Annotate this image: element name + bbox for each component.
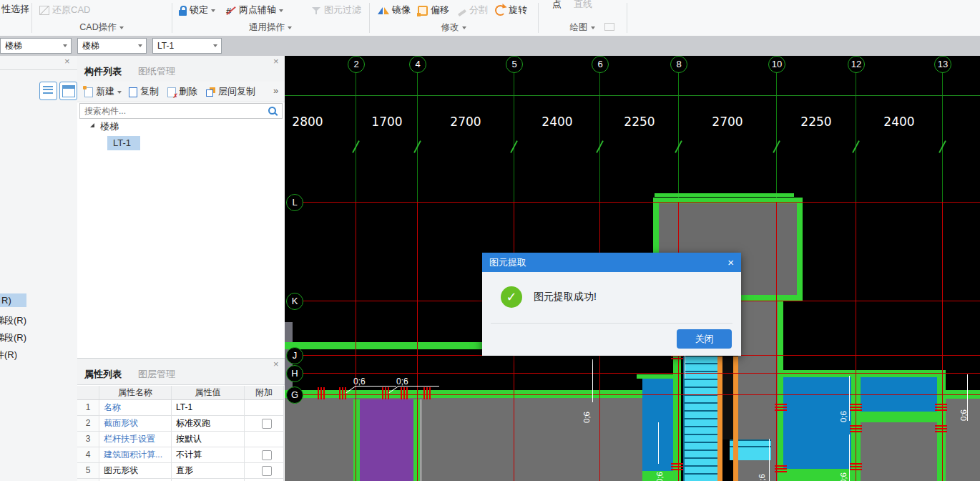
- search-box: [79, 103, 283, 119]
- prop-value[interactable]: 直形: [172, 463, 245, 478]
- dialog-title: 图元提取: [489, 257, 526, 268]
- panel-header: × 属性列表 图层管理: [77, 359, 285, 385]
- toolbar-item-two-point-axis[interactable]: #两点辅轴: [226, 4, 283, 16]
- nav-item-component[interactable]: 件(R): [0, 349, 17, 361]
- close-button[interactable]: 关闭: [677, 329, 732, 349]
- table-row[interactable]: 4 建筑面积计算... 不计算: [77, 447, 284, 463]
- offset-annotation: 0;6: [396, 376, 408, 387]
- attach-checkbox[interactable]: [262, 419, 272, 429]
- dimension-label: 2700: [444, 115, 488, 129]
- delete-button[interactable]: 删除: [167, 85, 197, 98]
- header-value: 属性值: [172, 386, 245, 399]
- copy-button[interactable]: 复制: [129, 85, 159, 98]
- toolbar-item-mirror[interactable]: 镜像: [378, 4, 411, 16]
- tab-component-list[interactable]: 构件列表: [84, 65, 122, 78]
- leader-line: [849, 376, 850, 421]
- chevron-down-icon: [288, 26, 292, 29]
- nav-item-stairs[interactable]: R): [1, 295, 11, 306]
- table-row[interactable]: 1 名称 LT-1: [77, 400, 284, 416]
- chevron-down-icon: [119, 26, 124, 29]
- card-view-button[interactable]: [59, 82, 77, 100]
- list-view-button[interactable]: [39, 82, 57, 100]
- column-marker: [401, 387, 408, 399]
- close-icon[interactable]: ×: [727, 253, 734, 272]
- row-axis-bubble: L: [286, 194, 303, 211]
- group-label-modify[interactable]: 修改: [418, 21, 489, 34]
- interlayer-copy-button[interactable]: 层间复制: [206, 85, 255, 98]
- table-row[interactable]: 2 截面形状 标准双跑: [77, 416, 284, 432]
- stair-stringer: [717, 356, 722, 481]
- toolbar-item-element-filter[interactable]: 图元过滤: [312, 4, 361, 16]
- toolbar-item-line[interactable]: 直线: [574, 0, 592, 11]
- tab-drawing-manage[interactable]: 图纸管理: [138, 65, 175, 78]
- close-icon[interactable]: ×: [273, 58, 279, 65]
- prop-value[interactable]: 标准双跑: [172, 416, 245, 431]
- toolbar-item-select[interactable]: 性选择: [1, 3, 29, 16]
- close-icon[interactable]: ×: [64, 58, 70, 65]
- chevron-down-icon: [138, 44, 142, 47]
- table-header-row: 属性名称 属性值 附加: [77, 386, 284, 400]
- element-extract-dialog: 图元提取 × ✓ 图元提取成功! 关闭: [482, 253, 741, 356]
- dimension-label: 2250: [617, 115, 662, 129]
- element-dropdown[interactable]: LT-1: [152, 38, 222, 54]
- prop-value[interactable]: 不计算: [172, 447, 245, 462]
- toolbar-item-restore-cad[interactable]: 还原CAD: [39, 4, 90, 16]
- grid-row-line-H: [302, 373, 980, 374]
- selector-bar: 楼梯 楼梯 LT-1: [0, 36, 980, 57]
- table-row[interactable]: 5 图元形状 直形: [77, 463, 284, 479]
- stair-flight: [683, 356, 719, 481]
- tree-item-selected[interactable]: LT-1: [107, 136, 140, 150]
- column-marker: [935, 404, 947, 411]
- group-label-draw[interactable]: 绘图: [547, 21, 618, 34]
- row-no: 3: [77, 432, 99, 447]
- toolbar-item-lock[interactable]: 锁定: [179, 4, 215, 16]
- dimension-label: 1700: [365, 115, 409, 129]
- group-label-cad[interactable]: CAD操作: [66, 21, 137, 34]
- wall-band: [780, 370, 943, 377]
- aux-axis-icon: #: [226, 6, 236, 16]
- copy-icon: [129, 87, 137, 97]
- floor-slab: [861, 422, 937, 481]
- toolbar-item-offset[interactable]: 偏移: [418, 4, 449, 16]
- attach-checkbox[interactable]: [262, 466, 272, 476]
- row-no: 4: [77, 447, 99, 462]
- grid-column-line: [942, 72, 943, 202]
- stair-gap: [722, 356, 733, 439]
- search-icon[interactable]: [268, 107, 276, 115]
- chevron-down-icon: [63, 44, 67, 47]
- panel-header: × 构件列表 图纸管理: [77, 56, 285, 82]
- more-actions-button[interactable]: »: [273, 85, 278, 96]
- header-index: [77, 386, 99, 399]
- group-label-general[interactable]: 通用操作: [235, 21, 306, 34]
- toolbar-item-split[interactable]: 分割: [458, 4, 488, 16]
- toolbar-item-rotate[interactable]: 旋转: [495, 4, 527, 16]
- category-dropdown[interactable]: 楼梯: [0, 38, 72, 54]
- row-axis-bubble: J: [286, 347, 303, 364]
- type-dropdown[interactable]: 楼梯: [77, 38, 147, 54]
- offset-annotation: 0;6: [353, 376, 366, 387]
- grid-column-line: [856, 72, 856, 202]
- nav-item-flight-1[interactable]: 梯段(R): [0, 314, 26, 327]
- column-axis-bubble: 8: [670, 56, 687, 73]
- column-marker: [671, 463, 683, 470]
- tree-expander-icon[interactable]: [90, 123, 94, 127]
- tab-layer-manage[interactable]: 图层管理: [138, 368, 175, 381]
- offset-annotation: 0;6: [959, 399, 968, 421]
- grid-column-line-red: [356, 202, 356, 481]
- search-input[interactable]: [80, 104, 271, 118]
- dialog-message: 图元提取成功!: [534, 291, 597, 303]
- close-icon[interactable]: ×: [273, 361, 279, 368]
- nav-item-flight-2[interactable]: 梯段(R): [0, 331, 26, 344]
- table-row[interactable]: 3 栏杆扶手设置 按默认: [77, 432, 284, 447]
- new-button[interactable]: 新建: [84, 85, 122, 98]
- split-icon: [458, 9, 466, 16]
- chevron-down-icon: [462, 26, 466, 29]
- attach-checkbox[interactable]: [262, 450, 272, 460]
- prop-value[interactable]: 按默认: [172, 432, 245, 447]
- dialog-title-bar[interactable]: 图元提取 ×: [482, 253, 741, 272]
- toolbar-item-point[interactable]: 点: [552, 0, 562, 11]
- floor-slab: [285, 398, 675, 481]
- tree-group-stairs[interactable]: 楼梯: [100, 120, 119, 133]
- tab-property-list[interactable]: 属性列表: [84, 368, 122, 381]
- prop-value[interactable]: LT-1: [172, 400, 245, 415]
